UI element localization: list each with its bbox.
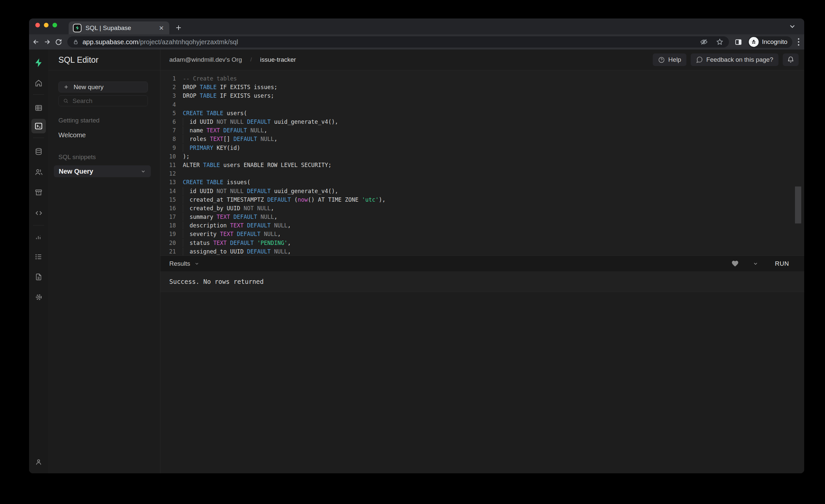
- settings-gear-icon[interactable]: [32, 290, 45, 304]
- code-line[interactable]: 11ALTER TABLE users ENABLE ROW LEVEL SEC…: [160, 161, 804, 169]
- search-box[interactable]: [58, 95, 148, 106]
- code-line[interactable]: 9 PRIMARY KEY(id): [160, 144, 804, 152]
- line-number: 6: [160, 119, 176, 125]
- table-editor-icon[interactable]: [32, 101, 45, 115]
- auth-users-icon[interactable]: [32, 165, 45, 178]
- line-number: 16: [160, 205, 176, 212]
- supabase-favicon-icon: [73, 24, 81, 32]
- nav-rail: [29, 50, 48, 473]
- home-icon[interactable]: [32, 77, 45, 90]
- code-line[interactable]: 4: [160, 100, 804, 109]
- plus-icon: [63, 84, 69, 90]
- rail-divider: [33, 138, 44, 138]
- line-number: 18: [160, 222, 176, 229]
- results-message: Success. No rows returned: [169, 278, 264, 285]
- panel-item-new-query[interactable]: New Query: [54, 165, 151, 177]
- code-line[interactable]: 6 id UUID NOT NULL DEFAULT uuid_generate…: [160, 118, 804, 126]
- address-bar[interactable]: app.supabase.com/project/azahtnhqohyjerz…: [67, 36, 729, 48]
- editor-scrollbar[interactable]: [795, 187, 801, 223]
- rail-divider: [33, 94, 44, 95]
- code-line[interactable]: 3DROP TABLE IF EXISTS users;: [160, 91, 804, 100]
- new-query-button-label: New query: [74, 83, 103, 91]
- code-line[interactable]: 16 created_by UUID NOT NULL,: [160, 204, 804, 213]
- code-text: ALTER TABLE users ENABLE ROW LEVEL SECUR…: [183, 162, 331, 168]
- results-message-row: Success. No rows returned: [160, 271, 804, 292]
- code-text: id UUID NOT NULL DEFAULT uuid_generate_v…: [183, 188, 338, 195]
- storage-icon[interactable]: [32, 186, 45, 199]
- search-input[interactable]: [73, 97, 143, 104]
- database-icon[interactable]: [32, 145, 45, 158]
- run-options-chevron-icon[interactable]: [753, 261, 758, 266]
- code-line[interactable]: 15 created_at TIMESTAMPTZ DEFAULT (now()…: [160, 195, 804, 204]
- bookmark-star-icon[interactable]: [716, 38, 724, 46]
- account-icon[interactable]: [32, 455, 45, 469]
- eye-off-icon[interactable]: [700, 38, 708, 46]
- notifications-button[interactable]: [783, 54, 799, 66]
- code-text: id UUID NOT NULL DEFAULT uuid_generate_v…: [183, 119, 338, 125]
- feedback-button[interactable]: Feedback on this page?: [691, 54, 778, 66]
- code-line[interactable]: 5CREATE TABLE users(: [160, 109, 804, 118]
- code-line[interactable]: 17 summary TEXT DEFAULT NULL,: [160, 213, 804, 221]
- code-line[interactable]: 21 assigned_to UUID DEFAULT NULL,: [160, 247, 804, 256]
- breadcrumb-separator: /: [250, 57, 252, 63]
- new-query-button[interactable]: New query: [58, 81, 148, 92]
- code-line[interactable]: 10);: [160, 152, 804, 161]
- sql-editor-icon[interactable]: [31, 119, 46, 133]
- minimize-window-button[interactable]: [44, 23, 49, 27]
- desktop: SQL | Supabase × app.supabase.: [0, 0, 825, 504]
- supabase-logo-icon[interactable]: [32, 56, 45, 69]
- forward-button[interactable]: [42, 36, 53, 48]
- line-number: 4: [160, 101, 176, 108]
- browser-menu-icon[interactable]: [798, 38, 800, 46]
- code-line[interactable]: 1-- Create tables: [160, 74, 804, 83]
- docs-icon[interactable]: [32, 270, 45, 284]
- code-line[interactable]: 13CREATE TABLE issues(: [160, 178, 804, 187]
- panel-item-welcome[interactable]: Welcome: [58, 131, 148, 139]
- incognito-badge: Incognito: [748, 36, 792, 48]
- code-line[interactable]: 20 status TEXT DEFAULT 'PENDING',: [160, 239, 804, 247]
- supabase-app: SQL Editor New query Getting started Wel…: [29, 50, 804, 473]
- reload-button[interactable]: [53, 36, 64, 48]
- code-line[interactable]: 19 severity TEXT DEFAULT NULL,: [160, 230, 804, 238]
- tab-close-icon[interactable]: ×: [158, 24, 165, 32]
- reports-icon[interactable]: [32, 230, 45, 243]
- sql-editor-panel: SQL Editor New query Getting started Wel…: [48, 50, 160, 473]
- tab-search-chevron-icon[interactable]: [789, 24, 796, 29]
- line-number: 15: [160, 196, 176, 203]
- code-line[interactable]: 12: [160, 169, 804, 178]
- code-line[interactable]: 18 description TEXT DEFAULT NULL,: [160, 221, 804, 230]
- incognito-icon: [749, 37, 759, 47]
- panel-item-new-query-label: New Query: [59, 168, 93, 175]
- edge-functions-icon[interactable]: [32, 206, 45, 219]
- code-editor[interactable]: 1-- Create tables2DROP TABLE IF EXISTS i…: [160, 70, 804, 256]
- chevron-down-icon[interactable]: [141, 169, 146, 174]
- logs-icon[interactable]: [32, 250, 45, 264]
- line-number: 1: [160, 75, 176, 82]
- results-dropdown-label: Results: [169, 260, 190, 267]
- favorite-heart-icon[interactable]: [731, 260, 739, 267]
- close-window-button[interactable]: [35, 23, 40, 27]
- browser-tab[interactable]: SQL | Supabase ×: [69, 21, 169, 34]
- code-text: severity TEXT DEFAULT NULL,: [183, 231, 281, 237]
- line-number: 20: [160, 240, 176, 246]
- browser-toolbar: app.supabase.com/project/azahtnhqohyjerz…: [29, 34, 804, 50]
- new-tab-button[interactable]: [173, 22, 184, 33]
- side-panel-icon[interactable]: [734, 38, 743, 46]
- line-number: 8: [160, 136, 176, 142]
- back-button[interactable]: [30, 36, 42, 48]
- code-line[interactable]: 2DROP TABLE IF EXISTS issues;: [160, 83, 804, 91]
- breadcrumb-org[interactable]: adam@windmill.dev's Org: [169, 56, 242, 63]
- main-content: adam@windmill.dev's Org / issue-tracker …: [160, 50, 804, 473]
- help-button-label: Help: [668, 56, 681, 63]
- zoom-window-button[interactable]: [53, 23, 57, 27]
- results-dropdown[interactable]: Results: [169, 260, 199, 267]
- help-circle-icon: [658, 57, 665, 63]
- help-button[interactable]: Help: [653, 54, 686, 66]
- code-line[interactable]: 14 id UUID NOT NULL DEFAULT uuid_generat…: [160, 187, 804, 195]
- code-text: PRIMARY KEY(id): [183, 145, 240, 151]
- run-button[interactable]: RUN: [775, 260, 789, 267]
- line-number: 7: [160, 127, 176, 134]
- code-line[interactable]: 8 roles TEXT[] DEFAULT NULL,: [160, 135, 804, 143]
- breadcrumb-project[interactable]: issue-tracker: [260, 56, 296, 63]
- code-line[interactable]: 7 name TEXT DEFAULT NULL,: [160, 126, 804, 135]
